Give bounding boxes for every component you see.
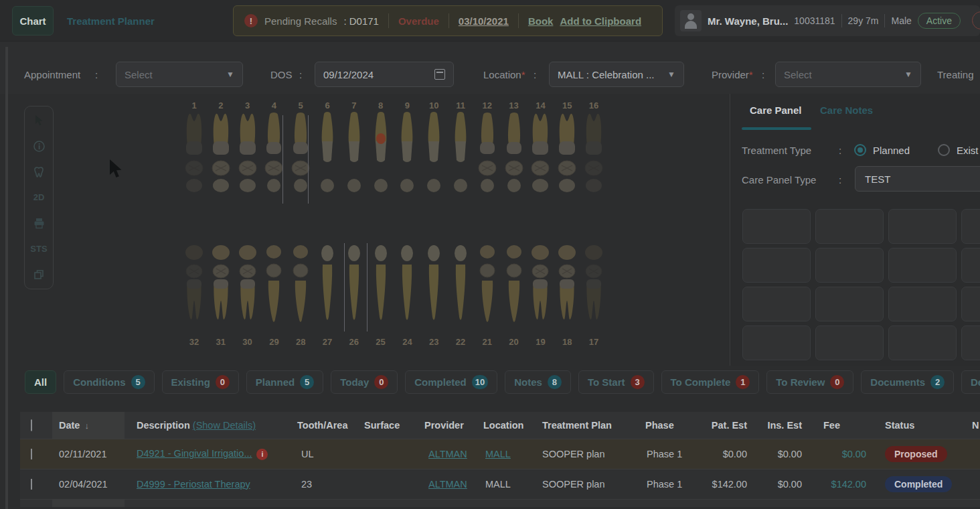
tooth-tool-icon[interactable] — [31, 165, 46, 179]
tooth-10[interactable]: 10 — [420, 100, 447, 200]
filter-to-complete[interactable]: To Complete1 — [661, 370, 760, 394]
filter-existing[interactable]: Existing0 — [162, 370, 239, 394]
tooth-5[interactable]: 5 — [287, 100, 314, 200]
care-panel-cell[interactable] — [961, 209, 980, 244]
radio-existing[interactable] — [938, 144, 950, 156]
tooth-18[interactable]: 18 — [554, 243, 580, 347]
tooth-31[interactable]: 31 — [208, 243, 234, 347]
cell-provider[interactable]: ALTMAN — [412, 449, 471, 459]
tooth-21[interactable]: 21 — [474, 243, 501, 347]
care-panel-cell[interactable] — [961, 287, 980, 321]
filter-to-review[interactable]: To Review0 — [766, 370, 853, 394]
tooth-14[interactable]: 14 — [527, 100, 554, 200]
radio-planned[interactable] — [854, 144, 866, 156]
tooth-number: 26 — [341, 337, 368, 347]
filter-to-start[interactable]: To Start3 — [578, 370, 654, 394]
care-panel-cell[interactable] — [888, 248, 957, 283]
cell-description[interactable]: D4921 - Gingival Irrigatio...i — [125, 448, 285, 460]
filter-all[interactable]: All — [25, 370, 56, 394]
divider — [884, 14, 885, 27]
tab-treatment-planner[interactable]: Treatment Planner — [67, 0, 155, 42]
book-link[interactable]: Book — [528, 15, 554, 27]
dos-label: DOS — [270, 69, 293, 80]
copy-icon[interactable] — [31, 267, 46, 282]
tab-chart[interactable]: Chart — [12, 6, 54, 35]
provider-select[interactable]: Select ▼ — [775, 62, 921, 87]
care-panel-cell[interactable] — [815, 209, 884, 244]
pointer-tool-icon[interactable] — [31, 113, 46, 128]
col-date[interactable]: Date↓ — [52, 412, 125, 439]
show-details-link[interactable]: (Show Details) — [193, 420, 256, 431]
care-panel-cell[interactable] — [961, 325, 980, 360]
location-select[interactable]: MALL : Celebration ... ▼ — [549, 62, 684, 87]
care-panel-cell[interactable] — [815, 248, 884, 283]
recall-date-link[interactable]: 03/10/2021 — [459, 15, 509, 27]
tooth-28[interactable]: 28 — [287, 243, 314, 347]
appointment-select[interactable]: Select ▼ — [116, 62, 243, 87]
sts-icon[interactable]: STS — [31, 242, 46, 257]
care-panel-cell[interactable] — [888, 287, 957, 321]
select-all-checkbox[interactable] — [31, 419, 32, 431]
tooth-15[interactable]: 15 — [554, 100, 580, 200]
info-tool-icon[interactable] — [31, 139, 46, 153]
add-to-clipboard-link[interactable]: Add to Clipboard — [560, 15, 641, 27]
tooth-24[interactable]: 24 — [394, 243, 420, 347]
tooth-25[interactable]: 25 — [368, 243, 394, 347]
filter-planned[interactable]: Planned5 — [246, 370, 323, 394]
filter-today[interactable]: Today0 — [331, 370, 398, 394]
care-panel-cell[interactable] — [742, 209, 811, 244]
dos-date-input[interactable]: 09/12/2024 — [315, 62, 454, 87]
filter-def-1[interactable]: Def 1▼ — [961, 370, 980, 394]
col-location: Location — [471, 420, 530, 431]
tooth-32[interactable]: 32 — [181, 243, 208, 347]
row-checkbox[interactable] — [31, 479, 32, 490]
care-panel-cell[interactable] — [888, 325, 957, 360]
tooth-4[interactable]: 4 — [260, 100, 287, 200]
care-panel-cell[interactable] — [961, 248, 980, 283]
tooth-2[interactable]: 2 — [208, 100, 234, 200]
care-panel-cell[interactable] — [815, 287, 884, 321]
tooth-12[interactable]: 12 — [474, 100, 501, 200]
care-panel-type-input[interactable]: TEST — [855, 166, 980, 192]
tooth-20[interactable]: 20 — [501, 243, 527, 347]
patient-card[interactable]: Mr. Wayne, Bru... 10031181 29y 7m Male A… — [675, 5, 980, 36]
tooth-22[interactable]: 22 — [447, 243, 474, 347]
filter-documents[interactable]: Documents2 — [861, 370, 954, 394]
filter-conditions[interactable]: Conditions5 — [64, 370, 154, 394]
cell-description[interactable]: D4999 - Periostat Therapy — [125, 479, 285, 490]
tooth-19[interactable]: 19 — [527, 243, 554, 347]
cell-provider[interactable]: ALTMAN — [412, 479, 471, 490]
table-row[interactable]: 02/04/2021D4999 - Periostat Therapy23ALT… — [20, 469, 980, 499]
tooth-13[interactable]: 13 — [501, 100, 527, 200]
table-row[interactable]: 02/11/2021D4921 - Gingival Irrigatio...i… — [20, 439, 980, 469]
tooth-11[interactable]: 11 — [447, 100, 474, 200]
tooth-7[interactable]: 7 — [341, 100, 368, 200]
tab-care-notes[interactable]: Care Notes — [820, 104, 873, 116]
tooth-30[interactable]: 30 — [234, 243, 261, 347]
tooth-17[interactable]: 17 — [580, 243, 607, 347]
print-icon[interactable] — [31, 216, 46, 230]
tooth-6[interactable]: 6 — [314, 100, 341, 200]
cell-location[interactable]: MALL — [471, 479, 530, 490]
care-panel-cell[interactable] — [815, 325, 884, 360]
tooth-9[interactable]: 9 — [394, 100, 420, 200]
tooth-8[interactable]: 8 — [368, 100, 394, 200]
tooth-number: 31 — [208, 337, 234, 347]
tooth-29[interactable]: 29 — [260, 243, 287, 347]
tooth-1[interactable]: 1 — [181, 100, 208, 200]
care-panel-cell[interactable] — [888, 209, 957, 244]
tooth-23[interactable]: 23 — [420, 243, 447, 347]
2d-view-icon[interactable]: 2D — [31, 190, 46, 205]
care-panel-cell[interactable] — [742, 287, 811, 321]
tooth-16[interactable]: 16 — [580, 100, 607, 200]
tooth-27[interactable]: 27 — [314, 243, 341, 347]
filter-completed[interactable]: Completed10 — [405, 370, 497, 394]
care-panel-cell[interactable] — [742, 248, 811, 283]
row-checkbox[interactable] — [31, 449, 32, 459]
filter-notes[interactable]: Notes8 — [505, 370, 571, 394]
tooth-3[interactable]: 3 — [234, 100, 261, 200]
cell-location[interactable]: MALL — [471, 449, 530, 459]
info-icon[interactable]: i — [256, 449, 268, 460]
care-panel-cell[interactable] — [742, 325, 811, 360]
tab-care-panel[interactable]: Care Panel — [750, 104, 802, 116]
